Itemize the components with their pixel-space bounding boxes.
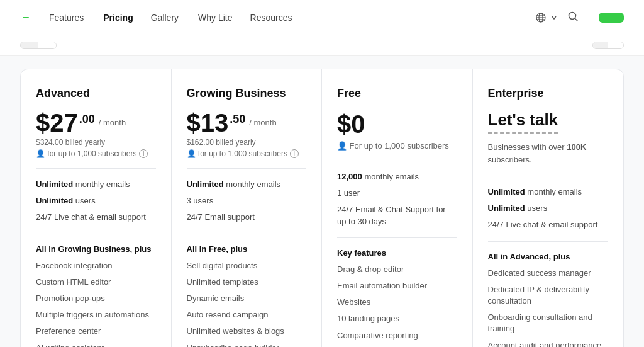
main-nav: FeaturesPricingGalleryWhy LiteResources [49,13,516,23]
plan-divider-growing-business [187,168,307,169]
plan-period-growing-business: / month [249,118,276,127]
feature-top-growing-business-0: Unlimited monthly emails [187,179,307,190]
sub-feature-advanced-1: Custom HTML editor [36,276,156,288]
pricing-grid: Advanced$27.00/ month$324.00 billed year… [20,69,624,347]
plan-growing-business: Growing Business$13.50/ month$162.00 bil… [172,69,323,347]
feature-top-growing-business-1: 3 users [187,195,307,207]
plan-advanced: Advanced$27.00/ month$324.00 billed year… [21,69,172,347]
sub-feature-advanced-3: Multiple triggers in automations [36,309,156,321]
currency-toggle [592,42,624,49]
plan-divider2-advanced [36,234,156,234]
plan-price-free: $0 [337,110,365,139]
nav-actions [536,11,624,25]
info-icon-growing-business[interactable]: i [290,149,299,158]
sub-feature-free-4: Comparative reporting [337,330,457,341]
language-button[interactable] [536,13,557,23]
feature-top-growing-business-2: 24/7 Email support [187,212,307,223]
enterprise-desc: Businesses with over 100K subscribers. [488,141,609,166]
pricing-wrapper: Advanced$27.00/ month$324.00 billed year… [0,56,644,347]
plan-name-enterprise: Enterprise [488,87,609,100]
plan-period-advanced: / month [99,118,126,127]
logo[interactable] [20,17,29,18]
plan-name-growing-business: Growing Business [187,87,307,100]
nav-item-features[interactable]: Features [49,13,86,23]
feature-top-enterprise-0: Unlimited monthly emails [488,186,609,198]
nav-item-resources[interactable]: Resources [250,13,294,23]
search-button[interactable] [567,11,579,25]
currency-usd-button[interactable] [593,42,608,48]
feature-top-free-0: 12,000 monthly emails [337,171,457,183]
nav-item-why-lite[interactable]: Why Lite [198,13,232,23]
plan-divider2-enterprise [488,241,609,242]
chevron-down-icon [551,14,557,21]
plan-divider2-growing-business [187,234,307,234]
feature-top-free-1: 1 user [337,188,457,199]
section-label-free: Key features [337,248,457,258]
sub-feature-advanced-2: Promotion pop-ups [36,293,156,304]
logo-badge [23,17,29,18]
feature-top-enterprise-1: Unlimited users [488,203,609,214]
sub-feature-enterprise-3: Account audit and performance improvemen… [488,340,609,348]
plan-price-row-advanced: $27.00/ month [36,110,156,135]
plan-divider-advanced [36,168,156,169]
sub-feature-advanced-5: AI writing assistant [36,343,156,348]
feature-top-advanced-0: Unlimited monthly emails [36,179,156,190]
plan-free: Free$0👤 For up to 1,000 subscribers12,00… [322,69,473,347]
sub-feature-enterprise-1: Dedicated IP & deliverability consultati… [488,284,609,307]
sub-feature-free-2: Websites [337,297,457,308]
section-label-enterprise: All in Advanced, plus [488,252,609,261]
plan-subs-free: 👤 For up to 1,000 subscribers [337,141,457,151]
section-label-growing-business: All in Free, plus [187,244,307,254]
currency-eur-button[interactable] [608,42,623,48]
plan-billed-growing-business: $162.00 billed yearly [187,138,307,147]
plan-enterprise: EnterpriseLet's talkBusinesses with over… [473,69,624,347]
plan-price-main-advanced: $27 [36,110,78,135]
sub-feature-growing-business-4: Unlimited websites & blogs [187,326,307,337]
sub-feature-free-0: Drag & drop editor [337,264,457,275]
feature-top-advanced-1: Unlimited users [36,195,156,207]
plan-price-cents-advanced: .00 [79,113,95,126]
sub-feature-growing-business-3: Auto resend campaign [187,309,307,321]
plan-price-main-growing-business: $13 [187,110,229,135]
plan-price-row-free: $0 [337,110,457,139]
sub-feature-advanced-4: Preference center [36,326,156,337]
svg-point-5 [569,12,576,19]
feature-top-free-2: 24/7 Email & Chat Support for up to 30 d… [337,204,457,227]
nav-item-gallery[interactable]: Gallery [151,13,180,23]
feature-top-enterprise-2: 24/7 Live chat & email support [488,219,609,230]
nav-item-pricing[interactable]: Pricing [103,13,133,23]
sub-feature-growing-business-5: Unsubscribe page builder [187,343,307,348]
search-icon [567,11,579,22]
plan-name-advanced: Advanced [36,87,156,100]
plan-divider2-free [337,237,457,238]
plan-billed-advanced: $324.00 billed yearly [36,138,156,147]
sub-feature-enterprise-0: Dedicated success manager [488,268,609,279]
globe-icon [536,13,546,23]
sub-feature-free-1: Email automation builder [337,280,457,292]
sub-feature-growing-business-1: Unlimited templates [187,276,307,288]
billing-yearly-button[interactable] [21,42,38,48]
plan-subs-advanced: 👤 for up to 1,000 subscribers i [36,149,156,158]
signup-button[interactable] [599,13,624,23]
plan-divider-enterprise [488,176,609,176]
billing-bar [0,35,644,56]
section-label-advanced: All in Growing Business, plus [36,244,156,254]
plan-divider-free [337,161,457,161]
enterprise-lets-talk: Let's talk [488,110,558,134]
billing-monthly-button[interactable] [38,42,56,48]
plan-name-free: Free [337,87,457,100]
info-icon-advanced[interactable]: i [139,149,148,158]
svg-line-6 [575,18,578,21]
sub-feature-advanced-0: Facebook integration [36,260,156,271]
plan-subs-growing-business: 👤 for up to 1,000 subscribers i [187,149,307,158]
sub-feature-growing-business-0: Sell digital products [187,260,307,271]
sub-feature-enterprise-2: Onboarding consultation and training [488,312,609,334]
billing-toggle [20,42,57,49]
header: FeaturesPricingGalleryWhy LiteResources [0,0,644,35]
plan-price-cents-growing-business: .50 [230,113,245,126]
feature-top-advanced-2: 24/7 Live chat & email support [36,212,156,223]
sub-feature-growing-business-2: Dynamic emails [187,293,307,304]
sub-feature-free-3: 10 landing pages [337,313,457,324]
plan-price-row-growing-business: $13.50/ month [187,110,307,135]
